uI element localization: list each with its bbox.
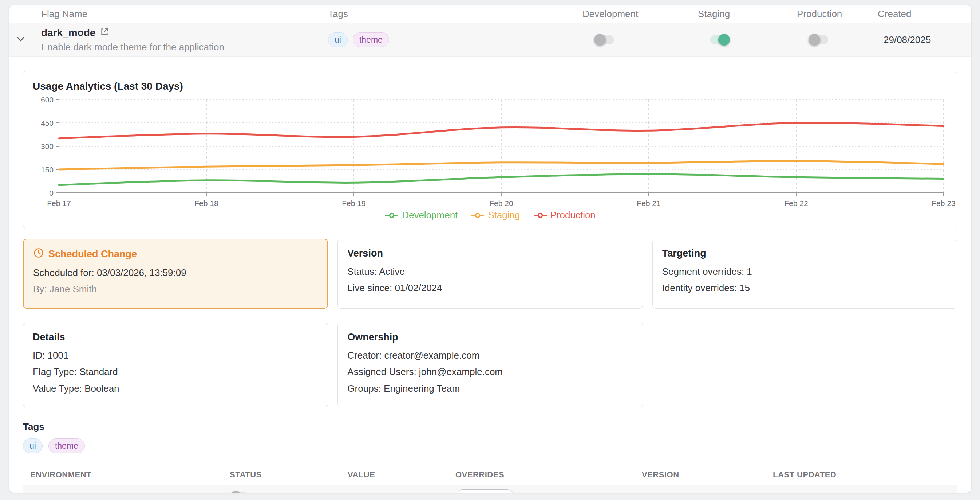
environment-name: Development (30, 491, 230, 493)
environment-value: – (348, 491, 455, 493)
ownership-creator: Creator: creator@example.com (347, 349, 633, 362)
column-staging: Staging (698, 8, 797, 20)
details-flag-type: Flag Type: Standard (33, 365, 318, 378)
column-tags: Tags (328, 8, 582, 20)
column-production: Production (797, 8, 878, 20)
created-date: 29/08/2025 (878, 34, 971, 46)
scheduled-by-text: By: Jane Smith (33, 283, 318, 296)
chevron-down-icon (16, 34, 25, 45)
svg-text:Feb 18: Feb 18 (194, 199, 218, 208)
column-environment: ENVIRONMENT (30, 470, 230, 479)
usage-analytics-chart: 0150300450600Feb 17Feb 18Feb 19Feb 20Feb… (30, 97, 950, 207)
details-card-title: Details (33, 332, 318, 343)
usage-analytics-card: Usage Analytics (Last 30 Days) 015030045… (23, 71, 958, 228)
tag-chip-ui[interactable]: ui (328, 32, 348, 47)
scheduled-for-text: Scheduled for: 03/03/2026, 13:59:09 (33, 266, 318, 279)
flag-name-cell: dark_mode Enable dark mode theme for the… (32, 27, 328, 53)
info-cards-grid: Scheduled Change Scheduled for: 03/03/20… (23, 239, 958, 407)
toggle-knob (808, 34, 820, 46)
details-id: ID: 1001 (33, 349, 318, 362)
tag-chip-ui[interactable]: ui (23, 438, 43, 454)
details-value-type: Value Type: Boolean (33, 382, 318, 395)
legend-marker-icon (533, 212, 547, 219)
svg-text:Feb 20: Feb 20 (489, 199, 513, 208)
column-version: VERSION (642, 470, 773, 479)
flag-table-header: Flag Name Tags Development Staging Produ… (9, 5, 971, 22)
overrides-badge[interactable]: 15 identities (455, 489, 514, 493)
chart-title: Usage Analytics (Last 30 Days) (33, 80, 950, 92)
tags-section: Tags ui theme (23, 421, 958, 454)
details-card: Details ID: 1001 Flag Type: Standard Val… (23, 323, 328, 407)
svg-text:Feb 17: Feb 17 (47, 199, 71, 208)
chart-legend: DevelopmentStagingProduction (30, 207, 950, 225)
tag-chip-theme[interactable]: theme (48, 438, 85, 454)
flag-description: Enable dark mode theme for the applicati… (41, 42, 328, 53)
ownership-card-title: Ownership (347, 332, 633, 343)
external-link-icon[interactable] (100, 27, 109, 39)
svg-text:Feb 22: Feb 22 (784, 199, 808, 208)
column-overrides: OVERRIDES (455, 470, 642, 479)
column-value: VALUE (348, 470, 455, 479)
scheduled-change-card: Scheduled Change Scheduled for: 03/03/20… (23, 239, 328, 309)
version-card: Version Status: Active Live since: 01/02… (337, 239, 643, 309)
column-development: Development (582, 8, 698, 20)
flag-tags-cell: ui theme (328, 32, 582, 47)
segment-overrides: Segment overrides: 1 (662, 265, 948, 278)
toggle-knob (231, 491, 241, 493)
staging-toggle-cell (698, 35, 797, 45)
svg-text:450: 450 (41, 119, 54, 127)
table-row-development: Development – 15 identities v2 29/08/202… (23, 485, 958, 493)
column-created: Created (878, 8, 971, 20)
tags-section-title: Tags (23, 421, 958, 433)
legend-item-production: Production (533, 209, 596, 221)
version-card-title: Version (347, 248, 633, 259)
flag-detail-panel: Flag Name Tags Development Staging Produ… (9, 5, 971, 493)
production-toggle-cell (797, 35, 878, 45)
ownership-assigned-users: Assigned Users: john@example.com (347, 365, 633, 378)
ownership-card: Ownership Creator: creator@example.com A… (337, 323, 643, 407)
targeting-card-title: Targeting (662, 248, 948, 259)
svg-text:0: 0 (49, 189, 54, 197)
targeting-card: Targeting Segment overrides: 1 Identity … (652, 239, 958, 309)
staging-toggle[interactable] (710, 35, 729, 45)
legend-item-staging: Staging (471, 209, 520, 221)
version-status: Status: Active (347, 265, 633, 278)
toggle-knob (718, 34, 730, 46)
svg-text:150: 150 (41, 165, 54, 174)
scheduled-change-title: Scheduled Change (48, 249, 137, 260)
flag-detail-body: Usage Analytics (Last 30 Days) 015030045… (9, 57, 971, 493)
toggle-knob (594, 34, 606, 46)
expander-button[interactable] (9, 34, 32, 45)
development-toggle-cell (582, 35, 698, 45)
column-status: STATUS (230, 470, 348, 479)
legend-marker-icon (385, 212, 399, 219)
environment-last-updated: 29/08/2025 (773, 491, 958, 493)
svg-text:600: 600 (41, 96, 54, 104)
column-last-updated: LAST UPDATED (773, 470, 958, 479)
svg-text:Feb 21: Feb 21 (637, 199, 660, 208)
svg-text:300: 300 (41, 142, 54, 150)
legend-item-development: Development (385, 209, 458, 221)
environment-version: v2 (642, 491, 773, 493)
development-status-toggle[interactable] (231, 492, 249, 493)
environment-table-header: ENVIRONMENT STATUS VALUE OVERRIDES VERSI… (23, 470, 958, 485)
version-live-since: Live since: 01/02/2024 (347, 281, 633, 294)
production-toggle[interactable] (809, 35, 828, 45)
svg-text:Feb 19: Feb 19 (342, 199, 366, 208)
environment-table: ENVIRONMENT STATUS VALUE OVERRIDES VERSI… (23, 470, 958, 493)
identity-overrides: Identity overrides: 15 (662, 281, 948, 294)
tag-chip-theme[interactable]: theme (353, 32, 389, 47)
flag-name[interactable]: dark_mode (41, 27, 95, 38)
svg-text:Feb 23: Feb 23 (932, 199, 955, 208)
column-flag-name: Flag Name (32, 8, 328, 20)
empty-grid-cell (652, 323, 958, 407)
development-toggle[interactable] (595, 35, 614, 45)
legend-marker-icon (471, 212, 485, 219)
flag-row: dark_mode Enable dark mode theme for the… (9, 22, 971, 57)
clock-icon (33, 248, 44, 261)
ownership-groups: Groups: Engineering Team (347, 382, 633, 395)
